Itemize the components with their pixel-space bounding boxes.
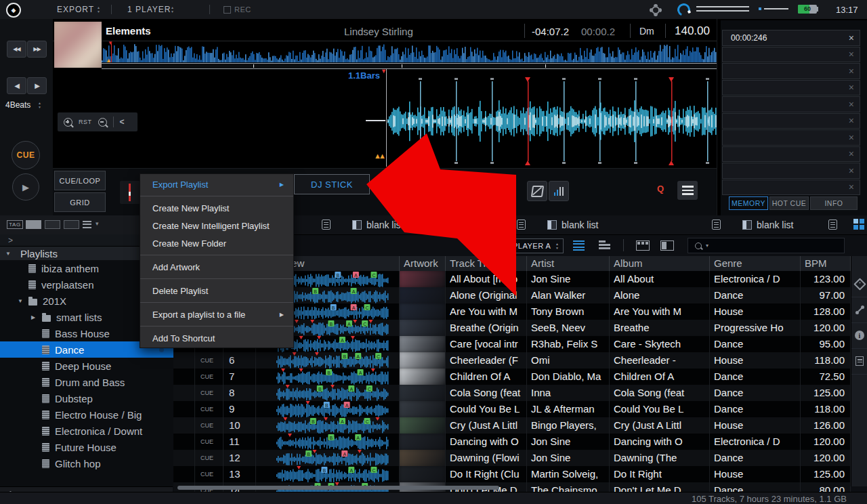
memory-cue-slot[interactable]: × (722, 146, 860, 163)
tree-arrow-icon[interactable]: ▼ (18, 298, 28, 304)
row-preview-cell[interactable]: BAC (256, 466, 400, 482)
sidebar-playlist-item[interactable]: Electro House / Big (0, 406, 173, 423)
player-count-select[interactable]: 1 PLAYER (127, 5, 171, 14)
preview-waveform[interactable]: BAC (256, 466, 400, 482)
info-tab-button[interactable]: INFO (810, 196, 858, 210)
memory-cue-slot[interactable]: × (722, 63, 860, 79)
preview-waveform[interactable]: BA (256, 401, 400, 417)
menu-item-add-artwork[interactable]: Add Artwork (140, 258, 293, 276)
export-mode-select[interactable]: EXPORT (57, 5, 94, 14)
memory-tab-button[interactable]: MEMORY (729, 196, 768, 210)
vinyl-mode-button[interactable] (527, 181, 547, 201)
memory-cue-slot[interactable]: × (722, 180, 860, 196)
close-icon[interactable]: × (849, 182, 860, 192)
close-icon[interactable]: × (849, 165, 860, 176)
tree-arrow-icon[interactable]: ▶ (31, 314, 42, 320)
sidebar-playlist-item[interactable]: Dubstep (0, 390, 173, 406)
search-forward-button[interactable]: ▶ (27, 77, 47, 94)
row-cue-label[interactable]: CUE (195, 369, 224, 385)
color-filter-swatch[interactable] (45, 220, 60, 229)
preview-waveform[interactable]: BA (256, 369, 400, 385)
column-header-genre[interactable]: Genre (710, 256, 801, 271)
hot-cue-tab-button[interactable]: HOT CUE (769, 196, 809, 210)
cue-button[interactable]: CUE (12, 141, 40, 169)
memory-cue-slot[interactable]: × (722, 47, 860, 63)
sidebar-playlist-item[interactable]: Deep House (0, 358, 173, 374)
volume-slider-handle[interactable] (759, 7, 761, 10)
info-panel-button[interactable]: i (851, 322, 867, 349)
memory-cue-slot[interactable]: × (722, 113, 860, 129)
color-filter-swatch[interactable] (64, 220, 79, 229)
table-row[interactable]: CUE 6 BAC Cheerleader (F Omi Cheerleader… (173, 352, 851, 369)
link-status-icon[interactable] (675, 1, 692, 18)
close-icon[interactable]: × (849, 49, 860, 60)
sidebar-playlist-item[interactable]: Glitch hop (0, 455, 173, 471)
artwork-grid-view-icon[interactable] (636, 240, 650, 251)
color-filter-swatch[interactable] (26, 220, 41, 229)
tag-panel-button[interactable] (851, 271, 867, 297)
column-header-track-title[interactable]: Track Title (446, 256, 527, 271)
track-list-view-icon[interactable] (573, 240, 585, 251)
player-count-chevrons-icon[interactable]: ▲▼ (171, 6, 174, 14)
horizontal-scrollbar[interactable] (177, 486, 499, 490)
menu-item-export-playlist[interactable]: Export Playlist ▶ (140, 175, 293, 193)
column-header-album[interactable]: Album (610, 256, 710, 271)
memory-cue-slot[interactable]: × (722, 163, 860, 179)
column-header-artwork[interactable]: Artwork (400, 256, 446, 271)
row-preview-cell[interactable]: BA (256, 401, 400, 417)
zoom-reset-button[interactable]: RST (79, 119, 92, 125)
cue-loop-tab[interactable]: CUE/LOOP (54, 171, 106, 190)
search-back-button[interactable]: ◀ (7, 77, 26, 94)
row-preview-cell[interactable]: BAC (256, 352, 400, 369)
track-next-button[interactable]: ▶▶ (27, 41, 47, 58)
close-icon[interactable]: × (849, 33, 860, 43)
zoom-out-icon[interactable] (98, 118, 107, 127)
quantize-indicator[interactable]: Q (657, 184, 664, 194)
row-cue-label[interactable]: CUE (195, 352, 224, 369)
close-icon[interactable]: × (849, 115, 860, 126)
row-cue-label[interactable]: CUE (195, 466, 224, 482)
detailed-waveform-area[interactable]: 1.1Bars ▼ ▲▲ RST < (53, 68, 717, 168)
menu-item-create-new-playlist[interactable]: Create New Playlist (140, 199, 293, 217)
zoom-in-icon[interactable] (64, 118, 72, 127)
row-cue-label[interactable]: CUE (195, 385, 224, 401)
preview-waveform[interactable]: BA (256, 434, 400, 450)
monitor-level-button[interactable] (549, 181, 569, 201)
close-icon[interactable]: × (849, 132, 860, 143)
preview-waveform[interactable]: BAC (256, 385, 400, 401)
column-header-bpm[interactable]: BPM (801, 256, 851, 271)
close-icon[interactable]: × (849, 66, 860, 77)
menu-item-create-new-intelligent-playlist[interactable]: Create New Intelligent Playlist (140, 217, 293, 234)
search-filter-caret-icon[interactable]: ▾ (706, 243, 709, 249)
settings-gear-icon[interactable] (652, 6, 660, 14)
artwork-list-view-icon[interactable] (660, 240, 674, 251)
table-row[interactable]: CUE 10 BAC Cry (Just A Littl Bingo Playe… (173, 417, 851, 434)
submenu-item-dj-stick[interactable]: DJ STICK (294, 174, 370, 194)
row-preview-cell[interactable]: BA (256, 450, 400, 466)
close-icon[interactable]: × (849, 82, 860, 93)
close-icon[interactable]: × (849, 99, 860, 110)
player-select-dropdown[interactable]: PLAYER A ▲▼ (507, 238, 564, 253)
beat-jump-chevrons-icon[interactable]: ▲▼ (38, 102, 41, 109)
menu-item-add-to-shortcut[interactable]: Add To Shortcut (140, 329, 293, 347)
memory-cue-slot[interactable]: × (722, 80, 860, 96)
table-row[interactable]: CUE 7 BA Children Of A Don Diablo, Ma Ch… (173, 369, 851, 385)
sidebar-playlist-item[interactable]: Future House (0, 439, 173, 455)
close-icon[interactable]: × (849, 148, 860, 159)
preview-waveform[interactable]: BA (256, 450, 400, 466)
menu-item-export-playlist-to-file[interactable]: Export a playlist to a file ▶ (140, 306, 293, 323)
table-row[interactable]: CUE 11 BA Dancing with O Jon Sine Dancin… (173, 434, 851, 450)
detailed-waveform[interactable] (53, 68, 717, 168)
row-preview-cell[interactable]: BA (256, 369, 400, 385)
track-prev-button[interactable]: ◀◀ (7, 41, 26, 58)
detail-view-icon[interactable] (599, 240, 610, 251)
rec-checkbox[interactable] (224, 6, 231, 14)
memory-cue-slot[interactable]: × (722, 129, 860, 146)
grid-tab[interactable]: GRID (54, 192, 106, 212)
collapse-chevron-icon[interactable]: < (120, 117, 125, 127)
list-view-icon[interactable] (83, 221, 91, 228)
row-cue-label[interactable]: CUE (195, 450, 224, 466)
export-mode-chevrons-icon[interactable]: ▲▼ (97, 6, 100, 14)
row-preview-cell[interactable]: BAC (256, 417, 400, 434)
row-cue-label[interactable]: CUE (195, 401, 224, 417)
